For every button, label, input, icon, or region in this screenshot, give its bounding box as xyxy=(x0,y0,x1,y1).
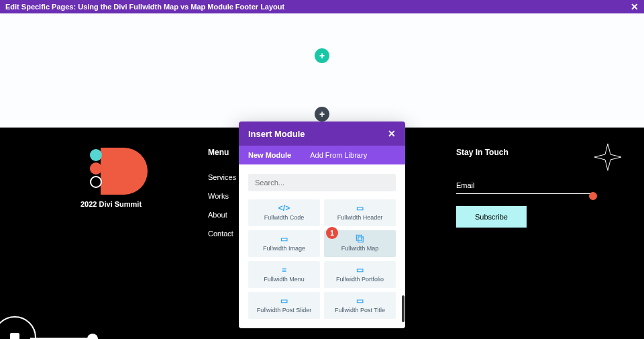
module-fullwidth-image[interactable]: ▭Fullwidth Image xyxy=(248,230,320,257)
annotation-marker-1: 1 xyxy=(326,227,338,239)
insert-module-modal: Insert Module ✕ New Module Add From Libr… xyxy=(239,122,405,328)
module-fullwidth-post-title[interactable]: ▭Fullwidth Post Title xyxy=(324,292,396,319)
portfolio-icon: ▭ xyxy=(327,265,393,275)
add-section-button[interactable]: + xyxy=(315,48,329,63)
module-grid: </>Fullwidth Code ▭Fullwidth Header ▭Ful… xyxy=(248,199,396,319)
module-fullwidth-menu[interactable]: ≡Fullwidth Menu xyxy=(248,261,320,288)
brand-logo xyxy=(80,148,134,195)
slider-icon: ▭ xyxy=(251,296,317,305)
image-icon: ▭ xyxy=(251,234,317,244)
email-field[interactable] xyxy=(456,193,590,194)
touch-heading: Stay In Touch xyxy=(456,148,590,157)
page-title-bar: Edit Specific Pages: Using the Divi Full… xyxy=(0,0,644,13)
page-title: Edit Specific Pages: Using the Divi Full… xyxy=(5,3,284,11)
email-label: Email xyxy=(456,181,590,189)
hero-section: + + xyxy=(0,13,644,128)
module-fullwidth-portfolio[interactable]: ▭Fullwidth Portfolio xyxy=(324,261,396,288)
title-icon: ▭ xyxy=(327,296,393,305)
header-icon: ▭ xyxy=(327,203,393,213)
brand-name: 2022 Divi Summit xyxy=(80,200,168,208)
tab-add-from-library[interactable]: Add From Library xyxy=(301,146,376,164)
builder-canvas: + + 2022 Divi Summit Menu Services Works xyxy=(0,13,644,339)
module-fullwidth-post-slider[interactable]: ▭Fullwidth Post Slider xyxy=(248,292,320,319)
footer-subscribe: Stay In Touch Email Subscribe xyxy=(456,148,590,339)
module-search-input[interactable] xyxy=(248,174,396,191)
menu-icon: ≡ xyxy=(251,265,317,275)
modal-title: Insert Module xyxy=(248,129,305,139)
modal-tabs: New Module Add From Library xyxy=(239,146,405,164)
close-icon[interactable]: ✕ xyxy=(631,2,639,11)
subscribe-button[interactable]: Subscribe xyxy=(456,206,527,228)
decorative-ribbon xyxy=(0,305,195,339)
add-module-button[interactable]: + xyxy=(315,107,329,122)
module-fullwidth-header[interactable]: ▭Fullwidth Header xyxy=(324,199,396,226)
code-icon: </> xyxy=(251,203,317,213)
tab-new-module[interactable]: New Module xyxy=(239,146,301,164)
module-fullwidth-code[interactable]: </>Fullwidth Code xyxy=(248,199,320,226)
modal-close-icon[interactable]: ✕ xyxy=(388,128,396,139)
modal-header: Insert Module ✕ xyxy=(239,122,405,146)
modal-scrollbar[interactable] xyxy=(402,295,405,322)
